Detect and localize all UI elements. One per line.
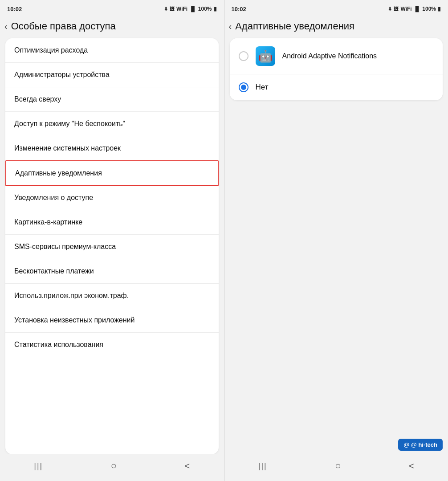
right-image-icon: 🖼: [394, 6, 399, 12]
battery-percent: 100%: [198, 6, 212, 12]
menu-item-always-top[interactable]: Всегда сверху: [5, 87, 219, 112]
signal-icon: ▐▌: [189, 6, 196, 12]
right-battery-percent: 100%: [422, 6, 436, 12]
image-icon: 🖼: [170, 6, 175, 12]
wifi-icon: WiFi: [176, 6, 187, 12]
right-download-icon: ⬇: [388, 6, 392, 12]
menu-item-data-saver[interactable]: Использ.прилож.при эконом.траф.: [5, 284, 219, 308]
left-panel: 10:02 ⬇ 🖼 WiFi ▐▌ 100% ▮ ‹ Особые права …: [0, 0, 224, 481]
android-adaptive-label: Android Adaptive Notifications: [282, 52, 434, 60]
menu-item-unknown-apps[interactable]: Установка неизвестных приложений: [5, 308, 219, 333]
download-icon: ⬇: [164, 6, 168, 12]
right-back-nav-button[interactable]: <: [409, 461, 414, 471]
right-nav-bar: ||| ○ <: [224, 454, 448, 481]
radio-none-inner: [241, 85, 246, 90]
selection-item-android-adaptive[interactable]: 🤖 Android Adaptive Notifications: [230, 38, 443, 74]
none-label: Нет: [256, 83, 269, 92]
menu-item-pip[interactable]: Картинка-в-картинке: [5, 210, 219, 235]
hi-tech-at-icon: @: [403, 441, 409, 448]
menu-item-usage-stats[interactable]: Статистика использования: [5, 333, 219, 357]
menu-item-nfc-payment[interactable]: Бесконтактные платежи: [5, 259, 219, 284]
radio-none[interactable]: [239, 82, 248, 92]
left-back-button[interactable]: ‹: [4, 21, 8, 32]
right-panel: 10:02 ⬇ 🖼 WiFi ▐▌ 100% ▮ ‹ Адаптивные ув…: [224, 0, 448, 481]
menu-item-device-admin[interactable]: Администраторы устройства: [5, 63, 219, 87]
left-menu-list: Оптимизация расхода Администраторы устро…: [5, 38, 219, 454]
menu-item-adaptive-notif[interactable]: Адаптивные уведомления: [5, 160, 219, 186]
battery-icon: ▮: [214, 6, 217, 12]
menu-item-access-notif[interactable]: Уведомления о доступе: [5, 186, 219, 210]
back-button[interactable]: <: [185, 461, 190, 471]
selection-item-none[interactable]: Нет: [230, 74, 443, 100]
left-page-title: Особые права доступа: [11, 20, 116, 32]
left-top-bar: ‹ Особые права доступа: [0, 16, 224, 38]
right-home-button[interactable]: ○: [335, 460, 341, 472]
menu-item-sys-settings[interactable]: Изменение системных настроек: [5, 136, 219, 161]
right-top-bar: ‹ Адаптивные уведомления: [224, 16, 448, 38]
right-battery-icon: ▮: [438, 6, 441, 12]
home-button[interactable]: ○: [111, 460, 117, 472]
radio-android-adaptive[interactable]: [239, 51, 248, 61]
left-status-icons: ⬇ 🖼 WiFi ▐▌ 100% ▮: [164, 6, 217, 12]
right-wifi-icon: WiFi: [400, 6, 411, 12]
recent-apps-button[interactable]: |||: [34, 461, 43, 471]
right-signal-icon: ▐▌: [414, 6, 421, 12]
left-nav-bar: ||| ○ <: [0, 454, 224, 481]
right-recent-apps-button[interactable]: |||: [258, 461, 267, 471]
left-status-bar: 10:02 ⬇ 🖼 WiFi ▐▌ 100% ▮: [0, 0, 224, 16]
menu-item-sms-premium[interactable]: SMS-сервисы премиум-класса: [5, 235, 219, 259]
app-icon-android: 🤖: [256, 46, 275, 66]
menu-item-dnd[interactable]: Доступ к режиму "Не беспокоить": [5, 112, 219, 136]
hi-tech-badge: @ @ hi-tech: [398, 439, 443, 451]
right-status-bar: 10:02 ⬇ 🖼 WiFi ▐▌ 100% ▮: [224, 0, 448, 16]
menu-item-battery-opt[interactable]: Оптимизация расхода: [5, 38, 219, 63]
android-robot-icon: 🤖: [258, 49, 273, 63]
left-time: 10:02: [7, 6, 22, 12]
hi-tech-label: @ hi-tech: [411, 441, 437, 448]
right-time: 10:02: [232, 6, 246, 12]
right-back-button[interactable]: ‹: [229, 21, 232, 32]
selection-list: 🤖 Android Adaptive Notifications Нет: [230, 38, 443, 100]
right-status-icons: ⬇ 🖼 WiFi ▐▌ 100% ▮: [388, 6, 441, 12]
right-page-title: Адаптивные уведомления: [235, 20, 354, 32]
